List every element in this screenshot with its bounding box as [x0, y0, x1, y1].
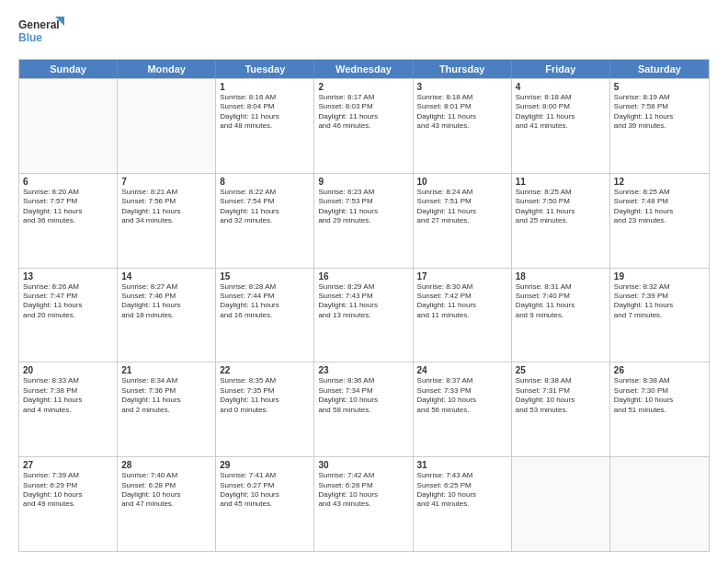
cell-line: and 7 minutes.	[614, 311, 705, 320]
cell-line: and 56 minutes.	[417, 406, 507, 415]
calendar-row-2: 6Sunrise: 8:20 AMSunset: 7:57 PMDaylight…	[19, 173, 709, 268]
calendar-body: 1Sunrise: 8:16 AMSunset: 8:04 PMDaylight…	[19, 78, 709, 551]
cell-line: Daylight: 11 hours	[220, 301, 310, 310]
cell-line: and 51 minutes.	[614, 406, 705, 415]
day-number: 23	[318, 365, 408, 375]
cell-line: and 41 minutes.	[516, 121, 606, 131]
cell-line: Daylight: 11 hours	[220, 207, 310, 216]
cell-line: Sunrise: 8:16 AM	[220, 93, 310, 102]
calendar-cell-25: 25Sunrise: 8:38 AMSunset: 7:31 PMDayligh…	[512, 362, 610, 456]
calendar-cell-26: 26Sunrise: 8:38 AMSunset: 7:30 PMDayligh…	[610, 362, 709, 456]
cell-line: Sunrise: 8:33 AM	[23, 376, 113, 385]
header-day-saturday: Saturday	[610, 60, 709, 78]
cell-line: and 34 minutes.	[121, 216, 211, 225]
cell-line: Sunrise: 8:20 AM	[23, 188, 113, 197]
cell-line: Sunset: 8:04 PM	[220, 102, 310, 111]
calendar-cell-empty	[118, 79, 216, 173]
cell-line: Sunrise: 7:39 AM	[23, 471, 113, 480]
cell-line: and 4 minutes.	[23, 406, 113, 415]
calendar-cell-9: 9Sunrise: 8:23 AMSunset: 7:53 PMDaylight…	[314, 174, 413, 268]
cell-line: Daylight: 11 hours	[23, 396, 113, 405]
cell-line: Daylight: 11 hours	[121, 207, 211, 216]
header-day-wednesday: Wednesday	[314, 60, 413, 78]
calendar-cell-31: 31Sunrise: 7:43 AMSunset: 6:25 PMDayligh…	[414, 457, 512, 551]
day-number: 10	[417, 177, 507, 187]
calendar-cell-1: 1Sunrise: 8:16 AMSunset: 8:04 PMDaylight…	[216, 79, 314, 173]
cell-line: Daylight: 11 hours	[23, 301, 113, 310]
cell-line: Sunset: 8:00 PM	[516, 102, 606, 111]
cell-line: Sunrise: 8:37 AM	[417, 376, 507, 385]
cell-line: Daylight: 11 hours	[516, 207, 606, 216]
cell-line: Sunset: 7:36 PM	[121, 386, 211, 396]
calendar-cell-15: 15Sunrise: 8:28 AMSunset: 7:44 PMDayligh…	[216, 269, 314, 362]
cell-line: Sunrise: 8:36 AM	[318, 376, 408, 385]
day-number: 16	[318, 271, 408, 282]
cell-line: Sunrise: 8:26 AM	[23, 282, 113, 292]
cell-line: Sunset: 6:25 PM	[417, 481, 507, 490]
cell-line: Sunrise: 8:23 AM	[318, 188, 408, 197]
cell-line: Sunrise: 8:24 AM	[417, 188, 507, 197]
cell-line: Sunrise: 8:25 AM	[516, 188, 606, 197]
cell-line: Sunrise: 8:22 AM	[220, 188, 310, 197]
cell-line: Daylight: 11 hours	[23, 207, 113, 216]
header-day-friday: Friday	[512, 60, 610, 78]
calendar-cell-12: 12Sunrise: 8:25 AMSunset: 7:48 PMDayligh…	[610, 174, 709, 268]
cell-line: Sunset: 8:03 PM	[318, 102, 408, 111]
day-number: 2	[318, 82, 408, 92]
day-number: 9	[318, 177, 408, 187]
cell-line: and 13 minutes.	[318, 311, 408, 320]
cell-line: and 39 minutes.	[614, 121, 705, 131]
cell-line: and 46 minutes.	[318, 121, 408, 131]
calendar-cell-5: 5Sunrise: 8:19 AMSunset: 7:58 PMDaylight…	[610, 79, 709, 173]
calendar-row-1: 1Sunrise: 8:16 AMSunset: 8:04 PMDaylight…	[19, 78, 709, 173]
calendar-cell-7: 7Sunrise: 8:21 AMSunset: 7:56 PMDaylight…	[118, 174, 216, 268]
cell-line: Sunrise: 8:25 AM	[614, 188, 705, 197]
cell-line: Sunset: 7:48 PM	[614, 197, 705, 206]
day-number: 18	[516, 271, 606, 282]
calendar-header: SundayMondayTuesdayWednesdayThursdayFrid…	[19, 60, 709, 78]
cell-line: Sunset: 7:57 PM	[23, 197, 113, 206]
calendar-cell-4: 4Sunrise: 8:18 AMSunset: 8:00 PMDaylight…	[512, 79, 610, 173]
calendar-cell-16: 16Sunrise: 8:29 AMSunset: 7:43 PMDayligh…	[314, 269, 413, 362]
cell-line: Sunrise: 7:42 AM	[318, 471, 408, 480]
cell-line: Sunrise: 7:40 AM	[121, 471, 211, 480]
calendar-cell-13: 13Sunrise: 8:26 AMSunset: 7:47 PMDayligh…	[19, 269, 118, 362]
cell-line: and 0 minutes.	[220, 406, 310, 415]
logo-svg: General Blue	[18, 15, 64, 52]
cell-line: Sunset: 7:56 PM	[121, 197, 211, 206]
cell-line: Sunrise: 8:38 AM	[516, 376, 606, 385]
cell-line: Daylight: 11 hours	[417, 301, 507, 310]
calendar-cell-30: 30Sunrise: 7:42 AMSunset: 6:26 PMDayligh…	[314, 457, 413, 551]
cell-line: Daylight: 11 hours	[318, 112, 408, 121]
cell-line: Daylight: 10 hours	[417, 490, 507, 500]
calendar-cell-10: 10Sunrise: 8:24 AMSunset: 7:51 PMDayligh…	[414, 174, 512, 268]
cell-line: Sunrise: 8:28 AM	[220, 282, 310, 292]
cell-line: Daylight: 11 hours	[417, 207, 507, 216]
cell-line: and 16 minutes.	[220, 311, 310, 320]
cell-line: Sunrise: 8:29 AM	[318, 282, 408, 292]
cell-line: and 49 minutes.	[23, 500, 113, 509]
cell-line: Sunset: 6:29 PM	[23, 481, 113, 490]
calendar-cell-11: 11Sunrise: 8:25 AMSunset: 7:50 PMDayligh…	[512, 174, 610, 268]
cell-line: Daylight: 11 hours	[516, 112, 606, 121]
cell-line: and 58 minutes.	[318, 406, 408, 415]
cell-line: Daylight: 11 hours	[121, 396, 211, 405]
calendar-cell-29: 29Sunrise: 7:41 AMSunset: 6:27 PMDayligh…	[216, 457, 314, 551]
cell-line: Sunrise: 8:31 AM	[516, 282, 606, 292]
day-number: 26	[614, 365, 705, 375]
cell-line: and 23 minutes.	[614, 216, 705, 225]
cell-line: Sunset: 7:58 PM	[614, 102, 705, 111]
day-number: 13	[23, 271, 113, 282]
calendar-cell-21: 21Sunrise: 8:34 AMSunset: 7:36 PMDayligh…	[118, 362, 216, 456]
day-number: 11	[516, 177, 606, 187]
cell-line: Sunrise: 8:38 AM	[614, 376, 705, 385]
calendar-row-3: 13Sunrise: 8:26 AMSunset: 7:47 PMDayligh…	[19, 268, 709, 362]
logo: General Blue	[18, 15, 64, 52]
cell-line: Daylight: 10 hours	[614, 396, 705, 405]
cell-line: Sunrise: 8:34 AM	[121, 376, 211, 385]
calendar-row-4: 20Sunrise: 8:33 AMSunset: 7:38 PMDayligh…	[19, 362, 709, 456]
cell-line: Daylight: 10 hours	[318, 396, 408, 405]
cell-line: Sunrise: 8:19 AM	[614, 93, 705, 102]
header-day-thursday: Thursday	[414, 60, 512, 78]
cell-line: Daylight: 11 hours	[318, 207, 408, 216]
